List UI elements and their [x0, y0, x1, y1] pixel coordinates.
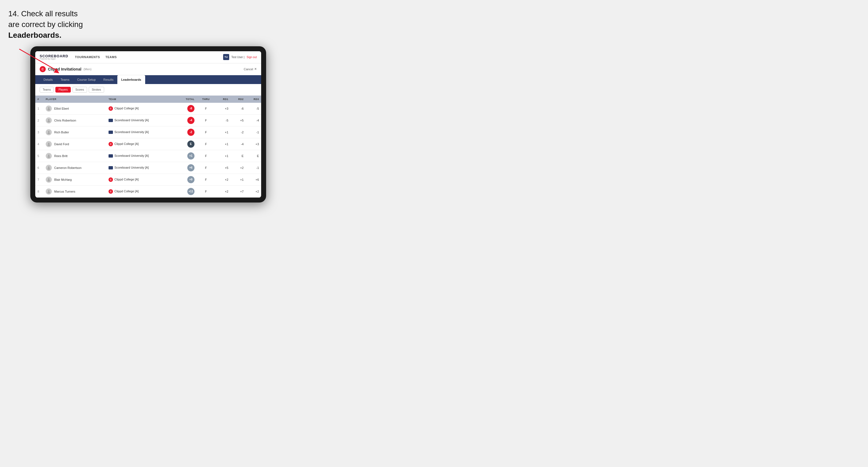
cell-team: CClippd College [A] — [106, 185, 176, 197]
logo-title: SCOREBOARD — [40, 54, 68, 58]
cell-team: CClippd College [A] — [106, 138, 176, 150]
cell-rd1: +2 — [215, 174, 230, 185]
cell-total: +6 — [176, 162, 197, 174]
cancel-button[interactable]: Cancel ✕ — [244, 67, 257, 71]
team-name: Clippd College [A] — [114, 106, 138, 110]
col-rank: # — [35, 96, 43, 103]
col-total: TOTAL — [176, 96, 197, 103]
filter-teams[interactable]: Teams — [40, 87, 54, 93]
cell-rd1: +5 — [215, 162, 230, 174]
svg-point-16 — [48, 190, 50, 192]
player-avatar — [46, 165, 52, 171]
tab-details[interactable]: Details — [40, 75, 57, 84]
cell-rd2: +5 — [230, 114, 246, 126]
cell-rd1: +1 — [215, 138, 230, 150]
cell-rd3: +3 — [246, 138, 261, 150]
svg-point-15 — [48, 180, 50, 182]
nav-teams[interactable]: TEAMS — [105, 54, 117, 60]
table-row: 6 Cameron Robertson Scoreboard Universit… — [35, 162, 261, 174]
cell-rd3: +6 — [246, 174, 261, 185]
cell-thru: F — [197, 126, 215, 138]
cell-rd2: +2 — [230, 162, 246, 174]
table-row: 2 Chris Robertson Scoreboard University … — [35, 114, 261, 126]
nav-tournaments[interactable]: TOURNAMENTS — [75, 54, 100, 60]
cell-rd3: -5 — [246, 103, 261, 115]
team-name: Scoreboard University [A] — [114, 119, 149, 122]
leaderboard-table: # PLAYER TEAM TOTAL THRU RD1 RD2 RD3 1 — [35, 96, 261, 197]
cell-rank: 6 — [35, 162, 43, 174]
player-avatar — [46, 188, 52, 194]
cell-total: +9 — [176, 174, 197, 185]
filter-strokes[interactable]: Strokes — [89, 87, 104, 93]
team-logo-sb — [108, 154, 113, 158]
tournament-logo: C — [40, 66, 46, 72]
cell-rd1: -5 — [215, 114, 230, 126]
tabs-bar: Details Teams Course Setup Results Leade… — [35, 75, 261, 84]
tab-results[interactable]: Results — [99, 75, 117, 84]
tournament-name: Clippd Invitational — [48, 67, 81, 71]
player-name: Cameron Robertson — [54, 166, 82, 169]
cell-rd3: -1 — [246, 126, 261, 138]
filter-scores[interactable]: Scores — [72, 87, 87, 93]
table-row: 4 David Ford CClippd College [A]EF+1-4+3 — [35, 138, 261, 150]
svg-point-14 — [48, 178, 50, 180]
cell-rd3: E — [246, 150, 261, 162]
svg-point-17 — [48, 192, 50, 193]
cell-rd2: -6 — [230, 103, 246, 115]
cell-rank: 4 — [35, 138, 43, 150]
svg-point-11 — [48, 156, 50, 158]
player-avatar — [46, 153, 52, 159]
filter-bar: Teams Players Scores Strokes — [35, 84, 261, 96]
team-name: Clippd College [A] — [114, 189, 138, 193]
team-name: Scoreboard University [A] — [114, 130, 149, 134]
tournament-header: C Clippd Invitational (Men) Cancel ✕ — [35, 63, 261, 75]
cell-thru: F — [197, 185, 215, 197]
svg-point-13 — [48, 168, 50, 170]
team-name: Clippd College [A] — [114, 178, 138, 181]
tab-leaderboards[interactable]: Leaderboards — [117, 75, 145, 84]
total-badge: -2 — [187, 129, 194, 136]
player-name: Elliot Ebert — [54, 107, 69, 110]
cell-player: Rees Britt — [43, 150, 106, 162]
total-badge: +1 — [187, 152, 194, 159]
player-name: Marcus Turners — [54, 190, 75, 193]
cell-thru: F — [197, 103, 215, 115]
cell-rd2: +1 — [230, 174, 246, 185]
svg-point-5 — [48, 121, 50, 122]
total-badge: -4 — [187, 117, 194, 124]
filter-players[interactable]: Players — [55, 87, 70, 93]
player-name: David Ford — [54, 143, 69, 146]
cell-player: Marcus Turners — [43, 185, 106, 197]
total-badge: +6 — [187, 164, 194, 172]
nav-user-label: Test User | — [231, 56, 245, 59]
table-row: 7 Blair McHarg CClippd College [A]+9F+2+… — [35, 174, 261, 185]
tab-teams[interactable]: Teams — [57, 75, 73, 84]
cell-rd2: -4 — [230, 138, 246, 150]
team-logo-clippd: C — [108, 142, 113, 146]
cell-player: Cameron Robertson — [43, 162, 106, 174]
cell-thru: F — [197, 174, 215, 185]
cell-player: Rich Butler — [43, 126, 106, 138]
nav-sign-out[interactable]: Sign out — [247, 56, 257, 59]
player-avatar — [46, 129, 52, 135]
cell-thru: F — [197, 150, 215, 162]
cell-thru: F — [197, 114, 215, 126]
cell-player: David Ford — [43, 138, 106, 150]
instruction-line2: are correct by clicking — [8, 20, 83, 29]
cell-rank: 7 — [35, 174, 43, 185]
nav-avatar: TU — [223, 54, 229, 60]
total-badge: +9 — [187, 176, 194, 183]
table-row: 3 Rich Butler Scoreboard University [A]-… — [35, 126, 261, 138]
player-avatar — [46, 141, 52, 147]
tablet-wrapper: SCOREBOARD Powered by clippd TOURNAMENTS… — [30, 46, 266, 203]
cell-rd1: +1 — [215, 126, 230, 138]
col-player: PLAYER — [43, 96, 106, 103]
cell-team: Scoreboard University [A] — [106, 150, 176, 162]
svg-point-10 — [48, 155, 50, 156]
cell-rd2: E — [230, 150, 246, 162]
team-logo-clippd: C — [108, 189, 113, 194]
tab-course-setup[interactable]: Course Setup — [73, 75, 99, 84]
tablet-frame: SCOREBOARD Powered by clippd TOURNAMENTS… — [30, 46, 266, 203]
svg-point-6 — [48, 131, 50, 132]
cell-rank: 8 — [35, 185, 43, 197]
